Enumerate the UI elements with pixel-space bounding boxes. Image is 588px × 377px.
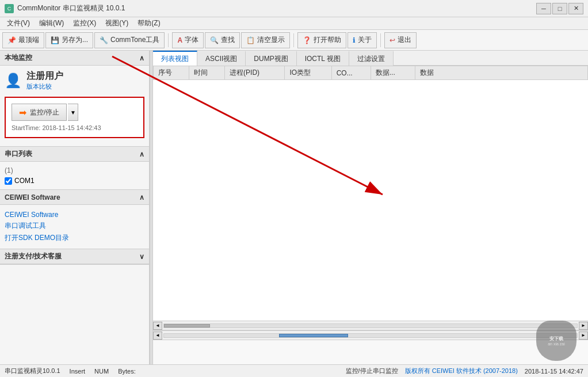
sidebar: 本地监控 ∧ 👤 注册用户 版本比较 ➡ 监控/停止 [0,51,150,364]
register-section: 注册支付/技术客服 ∨ [0,249,149,265]
toolbar-font-btn[interactable]: A 字体 [172,32,204,48]
menu-help[interactable]: 帮助(Z) [133,17,165,29]
info-icon: ℹ [353,36,356,44]
tab-ioctl-view[interactable]: IOCTL 视图 [297,51,349,66]
title-text: CommMonitor 串口监视精灵 10.0.1 [17,3,536,13]
monitor-stop-button[interactable]: ➡ 监控/停止 [12,104,67,121]
bottom-scroll-right-btn[interactable]: ► [579,332,588,340]
main-layout: 本地监控 ∧ 👤 注册用户 版本比较 ➡ 监控/停止 [0,51,588,364]
col-seq: 序号 [154,66,189,80]
toolbar-clear-label: 清空显示 [257,35,285,45]
menu-monitor[interactable]: 监控(X) [68,17,101,29]
user-icon: 👤 [5,73,22,89]
monitor-dropdown-button[interactable]: ▼ [68,104,78,121]
toolbar: 📌 最顶端 💾 另存为... 🔧 CommTone工具 A 字体 🔍 查找 📋 … [0,30,588,51]
maximize-button[interactable]: □ [552,3,567,14]
title-bar: C CommMonitor 串口监视精灵 10.0.1 ─ □ ✕ [0,0,588,17]
toolbar-help-label: 打开帮助 [314,35,341,45]
menu-file[interactable]: 文件(V) [2,17,35,29]
com-list-section: 串口列表 ∧ (1) COM1 [0,147,149,190]
commtone-icon: 🔧 [100,36,108,44]
help-icon: ❓ [303,36,311,44]
tab-ascii-view[interactable]: ASCII视图 [197,51,246,66]
scroll-track[interactable] [163,323,578,328]
status-bar: 串口监视精灵10.0.1 Insert NUM Bytes: 监控/停止串口监控… [0,364,588,377]
register-header[interactable]: 注册支付/技术客服 ∨ [0,249,149,264]
ceiwei-link-1[interactable]: CEIWEI Software [5,210,144,220]
scroll-thumb[interactable] [164,324,210,328]
tab-filter-settings[interactable]: 过滤设置 [349,51,394,66]
com-list-content: (1) COM1 [0,162,149,189]
local-monitor-label: 本地监控 [5,53,32,63]
toolbar-save-btn[interactable]: 💾 另存为... [45,32,93,48]
version-compare-link[interactable]: 版本比较 [26,82,63,91]
toolbar-help-btn[interactable]: ❓ 打开帮助 [297,32,346,48]
col-time: 时间 [189,66,225,80]
app-icon: C [5,4,14,13]
com1-row: COM1 [5,177,144,185]
menu-view[interactable]: 视图(Y) [101,17,133,29]
ceiwei-label: CEIWEI Software [5,193,60,201]
com1-label: COM1 [14,177,35,185]
col-io-type: IO类型 [285,66,331,80]
toolbar-sep-3 [380,33,381,47]
col-data: 数据 [415,66,588,80]
user-name-label: 注册用户 [26,70,63,82]
toolbar-find-label: 查找 [221,35,235,45]
com1-checkbox[interactable] [5,177,12,185]
com-list-header[interactable]: 串口列表 ∧ [0,147,149,162]
user-info-row: 👤 注册用户 版本比较 [5,70,144,91]
status-timestamp: 2018-11-15 14:42:47 [525,368,583,375]
toolbar-top-btn[interactable]: 📌 最顶端 [2,32,44,48]
chevron-up-icon: ∧ [139,54,144,62]
toolbar-commtone-btn[interactable]: 🔧 CommTone工具 [94,32,165,48]
data-table: 序号 时间 进程(PID) IO类型 CO... 数据... 数据 [153,66,588,80]
col-pid: 进程(PID) [225,66,285,80]
toolbar-sep-1 [168,33,169,47]
ceiwei-section: CEIWEI Software ∧ CEIWEI Software 串口调试工具… [0,190,149,249]
bottom-scroll-left-btn[interactable]: ◄ [153,332,162,340]
menu-bar: 文件(V) 编辑(W) 监控(X) 视图(Y) 帮助(Z) [0,17,588,30]
chevron-up-icon-3: ∧ [139,193,144,201]
toolbar-font-label: 字体 [185,35,198,45]
watermark: 安下载 an xia zai [536,321,576,361]
bottom-panel: ◄ ► [153,330,588,364]
bottom-h-scroll: ◄ ► [153,331,588,340]
bottom-thumb[interactable] [279,334,348,337]
close-button[interactable]: ✕ [568,3,583,14]
monitor-arrow-icon: ➡ [19,107,26,118]
toolbar-exit-label: 退出 [398,35,411,45]
exit-icon: ↩ [390,36,395,44]
tab-dump-view[interactable]: DUMP视图 [246,51,296,66]
window-controls: ─ □ ✕ [536,3,583,14]
tabs-row: 列表视图 ASCII视图 DUMP视图 IOCTL 视图 过滤设置 [153,51,588,66]
local-monitor-section: 本地监控 ∧ 👤 注册用户 版本比较 ➡ 监控/停止 [0,51,149,147]
bottom-track[interactable] [163,333,578,338]
toolbar-exit-btn[interactable]: ↩ 退出 [384,32,417,48]
right-panel: 列表视图 ASCII视图 DUMP视图 IOCTL 视图 过滤设置 序号 时间 … [153,51,588,364]
status-insert: Insert [70,368,86,375]
minimize-button[interactable]: ─ [536,3,551,14]
ceiwei-header[interactable]: CEIWEI Software ∧ [0,190,149,205]
toolbar-clear-btn[interactable]: 📋 清空显示 [241,32,290,48]
user-details: 注册用户 版本比较 [26,70,63,91]
scroll-left-btn[interactable]: ◄ [153,322,162,330]
toolbar-top-label: 最顶端 [18,35,39,45]
toolbar-about-btn[interactable]: ℹ 关于 [348,32,377,48]
start-time-label: StartTime: 2018-11-15 14:42:43 [12,124,138,131]
tab-list-view[interactable]: 列表视图 [153,51,197,66]
status-monitor-action: 监控/停止串口监控 [346,367,398,375]
ceiwei-link-2[interactable]: 串口调试工具 [5,220,144,232]
search-icon: 🔍 [210,36,219,44]
scroll-right-btn[interactable]: ► [579,322,588,330]
monitor-control-box: ➡ 监控/停止 ▼ StartTime: 2018-11-15 14:42:43 [5,97,144,138]
local-monitor-content: 👤 注册用户 版本比较 ➡ 监控/停止 ▼ StartTime: 201 [0,66,149,146]
local-monitor-header[interactable]: 本地监控 ∧ [0,51,149,66]
menu-edit[interactable]: 编辑(W) [35,17,68,29]
ceiwei-link-3[interactable]: 打开SDK DEMO目录 [5,232,144,244]
toolbar-find-btn[interactable]: 🔍 查找 [205,32,240,48]
register-label: 注册支付/技术客服 [5,252,62,261]
status-copyright-link[interactable]: 版权所有 CEIWEI 软件技术 (2007-2018) [405,367,518,375]
status-app-version: 串口监视精灵10.0.1 [5,367,60,375]
chevron-up-icon-2: ∧ [139,150,144,158]
